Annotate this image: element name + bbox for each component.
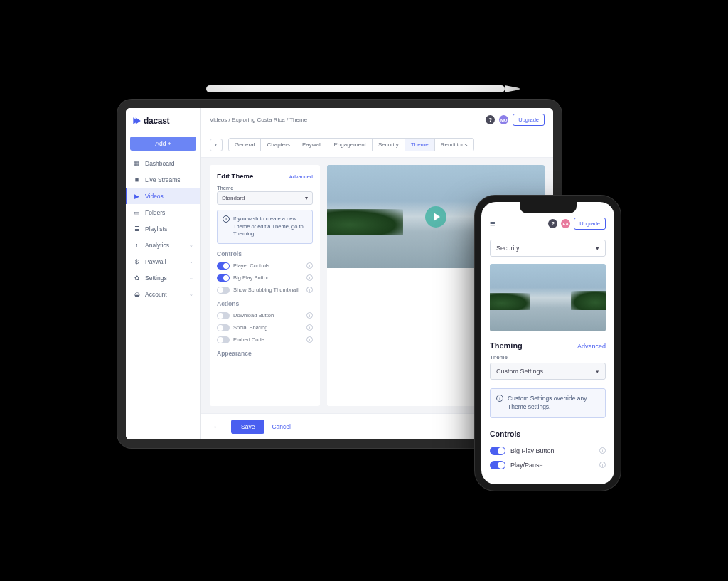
menu-icon[interactable]: ≡ — [490, 218, 496, 229]
info-icon[interactable]: i — [306, 324, 313, 331]
info-icon: i — [223, 215, 230, 223]
toggle-big-play-button: Big Play Button i — [490, 444, 606, 458]
brand-name: dacast — [144, 116, 169, 126]
phone-notch — [520, 202, 577, 213]
chevron-down-icon: ⌄ — [189, 259, 193, 265]
sidebar-item-analytics[interactable]: ⫾Analytics⌄ — [126, 237, 200, 253]
theme-label: Theme — [490, 354, 606, 361]
avatar[interactable]: EA — [561, 219, 570, 228]
sidebar-item-account[interactable]: ◒Account⌄ — [126, 286, 200, 302]
chevron-down-icon: ⌄ — [189, 292, 193, 297]
user-icon: ◒ — [133, 290, 141, 298]
video-thumbnail — [490, 264, 606, 331]
stylus — [206, 85, 505, 92]
controls-section: Controls Big Play Button i Play/Pause i — [481, 424, 614, 478]
sidebar-item-paywall[interactable]: $Paywall⌄ — [126, 253, 200, 270]
phone-device-frame: ≡ ? EA Upgrade Security ▾ Theming Advanc… — [475, 196, 621, 491]
toggle-play-pause: Play/Pause i — [490, 458, 606, 472]
dacast-logo-icon — [132, 116, 141, 126]
chevron-down-icon: ⌄ — [189, 242, 193, 248]
tab-renditions[interactable]: Renditions — [435, 139, 473, 151]
play-icon: ▶ — [133, 192, 141, 200]
theming-section: Theming Advanced Theme Custom Settings ▾ — [481, 334, 614, 383]
upgrade-button[interactable]: Upgrade — [513, 114, 545, 126]
theme-select[interactable]: Standard ▾ — [217, 191, 313, 205]
sidebar-item-folders[interactable]: ▭Folders — [126, 204, 200, 220]
toggle-big-play-button: Big Play Button i — [217, 274, 313, 282]
info-callout: i Custom Settings override any Theme set… — [490, 388, 606, 418]
theming-title: Theming — [490, 341, 523, 350]
folder-icon: ▭ — [133, 208, 141, 216]
avatar[interactable]: MO — [499, 115, 508, 124]
tab-security[interactable]: Security — [373, 139, 405, 151]
topbar: Videos / Exploring Costa Rica / Theme ? … — [201, 108, 553, 132]
sidebar: dacast Add + ▦Dashboard ■Live Streams ▶V… — [126, 108, 201, 439]
tab-bar: ‹ General Chapters Paywall Engagement Se… — [201, 132, 553, 158]
toggle-switch[interactable] — [217, 312, 230, 319]
help-icon[interactable]: ? — [486, 115, 495, 124]
cancel-button[interactable]: Cancel — [272, 423, 290, 430]
list-icon: ≣ — [133, 225, 141, 233]
info-icon[interactable]: i — [599, 447, 606, 454]
tab-chapters[interactable]: Chapters — [261, 139, 296, 151]
chevron-down-icon: ▾ — [305, 195, 308, 201]
controls-heading: Controls — [490, 430, 606, 438]
panel-title: Edit Theme — [217, 172, 253, 180]
upgrade-button[interactable]: Upgrade — [574, 218, 606, 230]
tab-general[interactable]: General — [229, 139, 261, 151]
toggle-switch[interactable] — [490, 447, 505, 455]
info-icon[interactable]: i — [306, 262, 313, 269]
toggle-switch[interactable] — [217, 274, 230, 282]
info-icon: i — [496, 395, 503, 402]
back-arrow-icon[interactable]: ← — [210, 422, 224, 432]
tab-engagement[interactable]: Engagement — [328, 139, 373, 151]
chevron-down-icon: ▾ — [596, 245, 599, 252]
tab-theme[interactable]: Theme — [405, 139, 435, 151]
phone-screen: ≡ ? EA Upgrade Security ▾ Theming Advanc… — [481, 202, 614, 484]
breadcrumb[interactable]: Videos / Exploring Costa Rica / Theme — [210, 117, 307, 123]
advanced-link[interactable]: Advanced — [289, 174, 313, 180]
info-icon[interactable]: i — [306, 336, 313, 343]
gear-icon: ✿ — [133, 274, 141, 282]
save-button[interactable]: Save — [231, 420, 264, 434]
big-play-button[interactable] — [425, 206, 446, 228]
info-icon[interactable]: i — [306, 312, 313, 319]
appearance-heading: Appearance — [217, 350, 313, 357]
toggle-switch[interactable] — [217, 336, 230, 343]
sidebar-item-videos[interactable]: ▶Videos — [126, 188, 200, 204]
sidebar-item-livestreams[interactable]: ■Live Streams — [126, 171, 200, 188]
sidebar-item-playlists[interactable]: ≣Playlists — [126, 220, 200, 237]
dollar-icon: $ — [133, 257, 141, 265]
tabs: General Chapters Paywall Engagement Secu… — [228, 138, 474, 151]
controls-heading: Controls — [217, 250, 313, 257]
section-select[interactable]: Security ▾ — [490, 240, 606, 257]
tab-paywall[interactable]: Paywall — [296, 139, 328, 151]
info-icon[interactable]: i — [599, 462, 606, 468]
theme-select[interactable]: Custom Settings ▾ — [490, 363, 606, 380]
camera-icon: ■ — [133, 176, 141, 183]
edit-theme-panel: Edit Theme Advanced Theme Standard ▾ i — [210, 165, 320, 406]
toggle-player-controls: Player Controls i — [217, 262, 313, 270]
back-button[interactable]: ‹ — [210, 139, 223, 151]
chevron-down-icon: ▾ — [596, 368, 599, 375]
sidebar-item-dashboard[interactable]: ▦Dashboard — [126, 155, 200, 171]
advanced-link[interactable]: Advanced — [577, 343, 606, 350]
toggle-download-button: Download Button i — [217, 312, 313, 319]
theme-label: Theme — [217, 185, 313, 191]
sidebar-item-settings[interactable]: ✿Settings⌄ — [126, 270, 200, 286]
toggle-switch[interactable] — [217, 287, 230, 294]
toggle-scrubbing-thumbnail: Show Scrubbing Thumbnail i — [217, 287, 313, 294]
brand-logo: dacast — [126, 108, 200, 134]
dashboard-icon: ▦ — [133, 159, 141, 167]
info-icon[interactable]: i — [306, 287, 313, 293]
toggle-switch[interactable] — [217, 262, 230, 270]
chevron-down-icon: ⌄ — [189, 275, 193, 281]
help-icon[interactable]: ? — [548, 219, 557, 228]
info-callout: i If you wish to create a new Theme or e… — [217, 210, 313, 244]
chart-icon: ⫾ — [133, 241, 141, 249]
toggle-social-sharing: Social Sharing i — [217, 324, 313, 331]
toggle-switch[interactable] — [490, 461, 505, 469]
toggle-switch[interactable] — [217, 324, 230, 331]
info-icon[interactable]: i — [306, 274, 313, 281]
add-button[interactable]: Add + — [130, 137, 196, 151]
